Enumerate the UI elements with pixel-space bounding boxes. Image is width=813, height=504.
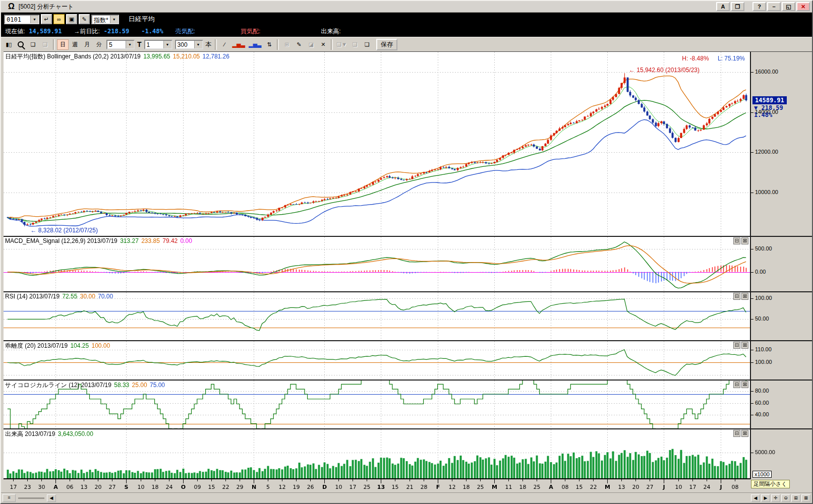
crosshair-icon[interactable]: ✛ [771, 494, 780, 502]
collapse-icon[interactable]: ⊟ [733, 381, 740, 388]
delete-drawing-icon[interactable]: ✕ [317, 39, 329, 50]
close-icon[interactable]: ⊠ [741, 293, 748, 300]
main-plot[interactable]: 日経平均(指数) Bollinger_Bands (20,2) 2013/07/… [4, 52, 750, 236]
eraser-icon[interactable]: ◪ [305, 39, 317, 50]
panel-volume: 出来高 2013/07/19 3,643,050.00 ⊟⊠ x1000 500… [4, 428, 812, 479]
tick-interval-select-value: 1 [145, 41, 163, 48]
minimize-button[interactable]: – [767, 2, 781, 11]
quote-bar: 現在値: 14,589.91 →前日比: -218.59 -1.48% 売気配:… [1, 26, 812, 37]
bar-interval-button[interactable]: 足間隔小さく [751, 480, 790, 488]
rsi-plot[interactable]: RSI (14) 2013/07/19 72.55 30.00 70.00 ⊟⊠ [4, 292, 750, 340]
bars-unit-label: 本 [205, 40, 213, 49]
scroll-left-button[interactable]: ◀ [47, 494, 56, 502]
kairi-header: 乖離度 (20) 2013/07/19 104.25 100.00 [5, 342, 111, 350]
memo-button[interactable]: ▣ [66, 14, 77, 24]
search-button[interactable]: ∞ [53, 14, 65, 24]
tick-interval-select[interactable]: 1▼ [144, 40, 172, 49]
grid-icon[interactable]: ⊞ [281, 39, 293, 50]
copy-window-button[interactable]: ❐ [731, 2, 744, 11]
copy-window-icon[interactable]: ❏ [39, 39, 51, 50]
macd-canvas[interactable] [4, 237, 750, 291]
period-minute-button[interactable]: 分 [93, 39, 105, 50]
pencil-icon[interactable]: ✎ [293, 39, 305, 50]
zoom-out-icon[interactable]: ⊖ [781, 494, 790, 502]
volume-canvas[interactable] [4, 429, 750, 479]
symbol-type-select[interactable]: 指数* ▼ [91, 15, 119, 24]
layout-select-icon[interactable]: ❏▼ [335, 39, 349, 50]
chevron-down-icon[interactable]: ▼ [110, 16, 118, 23]
kairi-canvas[interactable] [4, 341, 750, 380]
header-segment: 70.00 [98, 293, 113, 300]
pan-right-icon[interactable]: ▶ [761, 494, 770, 502]
main-chart-header: 日経平均(指数) Bollinger_Bands (20,2) 2013/07/… [5, 52, 230, 61]
save-page-icon[interactable]: ❏ [349, 39, 361, 50]
volume-plot[interactable]: 出来高 2013/07/19 3,643,050.00 ⊟⊠ [4, 429, 750, 479]
close-icon[interactable]: ⊠ [741, 381, 748, 388]
scrollbar-handle[interactable]: ≡ [3, 494, 16, 502]
psych-plot[interactable]: サイコロジカルライン (12) 2013/07/19 58.33 25.00 7… [4, 381, 750, 428]
kairi-plot[interactable]: 乖離度 (20) 2013/07/19 104.25 100.00 ⊟⊠ [4, 341, 750, 380]
updown-arrows-icon[interactable]: ⇅ [263, 39, 275, 50]
volume-overlay-red-icon[interactable]: ▂▅▃ [231, 39, 247, 50]
help-button[interactable]: ? [752, 2, 766, 11]
symbol-code-input[interactable]: 0101 ▼ [4, 15, 39, 24]
ask-label: 売気配: [176, 27, 195, 36]
close-icon[interactable]: ⊠ [741, 342, 748, 349]
main-price-axis: 14589.91 ▼ 218.59 1.48% 16000.0014000.00… [750, 52, 812, 236]
date-axis-corner: 足間隔小さく [750, 479, 812, 492]
volume-overlay-blue-icon[interactable]: ▂▅▃ [247, 39, 263, 50]
new-window-icon[interactable]: ❏ [27, 39, 39, 50]
chevron-down-icon[interactable]: ▼ [163, 41, 171, 48]
header-segment: 75.00 [150, 382, 165, 389]
enter-button[interactable]: ↵ [41, 14, 52, 24]
minute-interval-select[interactable]: 5▼ [106, 40, 135, 49]
header-segment: 72.55 [62, 293, 79, 300]
symbol-toolbar: 0101 ▼ ↵ ∞ ▣ ✎ 指数* ▼ 日経平均 [1, 13, 812, 26]
change-label: →前日比: [74, 27, 99, 36]
period-monthly-button[interactable]: 月 [81, 39, 93, 50]
collapse-icon[interactable]: ⊟ [733, 237, 740, 244]
axis-tick [751, 350, 753, 350]
pan-left-icon[interactable]: ◀ [751, 494, 760, 502]
header-segment: 15,210.05 [173, 53, 202, 60]
chevron-down-icon[interactable]: ▼ [194, 41, 202, 48]
macd-plot[interactable]: MACD_EMA_Signal (12,26,9) 2013/07/19 313… [4, 237, 750, 291]
axis-tick-label: 100.00 [755, 295, 772, 301]
draw-register-button[interactable]: ✎ [79, 14, 90, 24]
close-icon[interactable]: ⊠ [741, 237, 748, 244]
axis-tick [751, 403, 753, 404]
restore-button[interactable]: ◱ [782, 2, 795, 11]
period-daily-button[interactable]: 日 [57, 39, 69, 50]
date-axis-row: 足間隔小さく [4, 479, 812, 492]
grid-toggle-icon[interactable]: ⊞ [791, 494, 800, 502]
trendline-icon[interactable]: ∕ [219, 39, 230, 50]
save-button[interactable]: 保存 [376, 39, 397, 50]
collapse-icon[interactable]: ⊟ [733, 342, 740, 349]
close-button[interactable]: ✕ [796, 2, 810, 11]
close-icon[interactable]: ⊠ [741, 430, 748, 437]
scrollbar-track[interactable] [18, 497, 44, 499]
load-page-icon[interactable]: ❏ [361, 39, 373, 50]
chevron-down-icon[interactable]: ▼ [30, 16, 38, 23]
panel-macd: MACD_EMA_Signal (12,26,9) 2013/07/19 313… [4, 236, 812, 291]
period-weekly-button[interactable]: 週 [69, 39, 81, 50]
volume-header: 出来高 2013/07/19 3,643,050.00 [5, 430, 94, 438]
axis-tick [751, 319, 753, 320]
header-segment: 13,995.65 [143, 53, 172, 60]
current-price-label: 現在値: [5, 27, 25, 36]
header-segment: サイコロジカルライン (12) 2013/07/19 [5, 382, 113, 389]
volume-axis: x1000 5000.00 [750, 429, 812, 479]
close-footer-icon[interactable]: ⊠ [801, 494, 810, 502]
main-chart-canvas[interactable] [4, 52, 750, 236]
collapse-icon[interactable]: ⊟ [733, 293, 740, 300]
rsi-canvas[interactable] [4, 292, 750, 340]
chevron-down-icon[interactable]: ▼ [126, 41, 134, 48]
font-size-button[interactable]: A [716, 2, 730, 11]
candlestick-chart-icon[interactable]: ▮▯ [3, 39, 15, 50]
axis-tick [751, 152, 753, 153]
footer-controls: ◀▶✛⊖⊞⊠ [751, 494, 810, 502]
collapse-icon[interactable]: ⊟ [733, 430, 740, 437]
header-segment: MACD_EMA_Signal (12,26,9) 2013/07/19 [5, 237, 119, 244]
zoom-icon[interactable] [15, 39, 27, 50]
bar-count-select[interactable]: 300▼ [175, 40, 203, 49]
